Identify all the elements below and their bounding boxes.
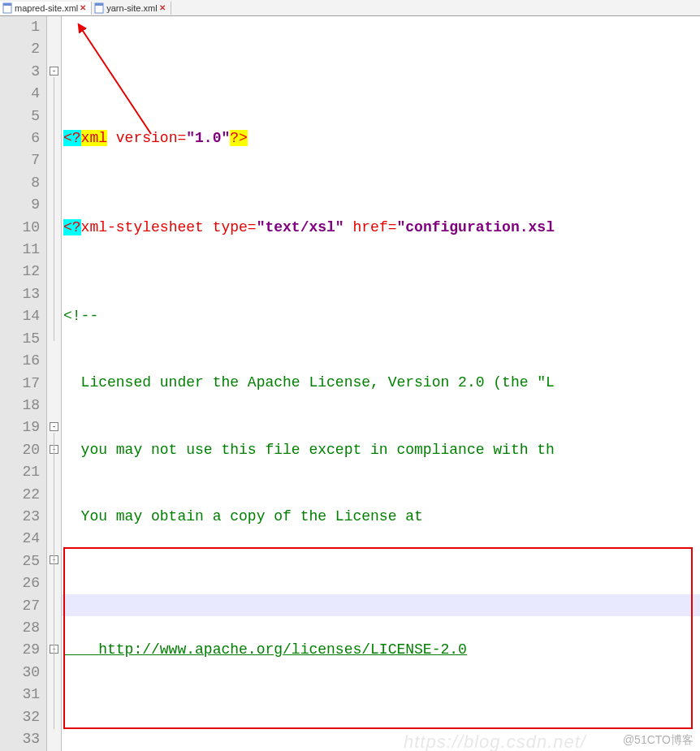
code-line[interactable]: you may not use this file except in comp…	[62, 439, 700, 461]
code-line[interactable]: http://www.apache.org/licenses/LICENSE-2…	[62, 639, 700, 661]
file-icon	[93, 2, 105, 14]
code-line[interactable]: You may obtain a copy of the License at	[62, 506, 700, 528]
file-icon	[2, 2, 13, 14]
code-line[interactable]	[62, 706, 700, 727]
tab-mapred-site[interactable]: mapred-site.xml ✕	[0, 2, 92, 15]
code-line[interactable]: <?xml-stylesheet type="text/xsl" href="c…	[62, 217, 700, 239]
fold-toggle[interactable]: -	[50, 67, 58, 76]
close-icon[interactable]: ✕	[80, 4, 88, 12]
watermark-url: https://blog.csdn.net/	[404, 732, 586, 751]
tab-label: yarn-site.xml	[106, 3, 157, 13]
code-area[interactable]: <?xml version="1.0"?> <?xml-stylesheet t…	[62, 16, 700, 751]
code-line[interactable]: <?xml version="1.0"?>	[62, 127, 700, 149]
close-icon[interactable]: ✕	[159, 4, 167, 12]
code-line[interactable]: Licensed under the Apache License, Versi…	[62, 372, 700, 394]
tab-label: mapred-site.xml	[15, 3, 78, 13]
fold-column: - - - - -	[47, 16, 62, 751]
line-number-gutter: 1234567891011121314151617181920212223242…	[0, 16, 47, 751]
editor[interactable]: 1234567891011121314151617181920212223242…	[0, 16, 700, 751]
current-line-highlight	[62, 594, 700, 616]
code-line[interactable]: <!--	[62, 305, 700, 327]
fold-toggle[interactable]: -	[50, 422, 58, 431]
svg-line-4	[81, 28, 151, 134]
tab-yarn-site[interactable]: yarn-site.xml ✕	[92, 2, 171, 15]
svg-rect-1	[3, 3, 11, 6]
code-line[interactable]	[62, 572, 700, 594]
watermark: @51CTO博客	[623, 733, 694, 748]
svg-rect-3	[95, 3, 103, 6]
tab-bar: mapred-site.xml ✕ yarn-site.xml ✕	[0, 0, 700, 16]
